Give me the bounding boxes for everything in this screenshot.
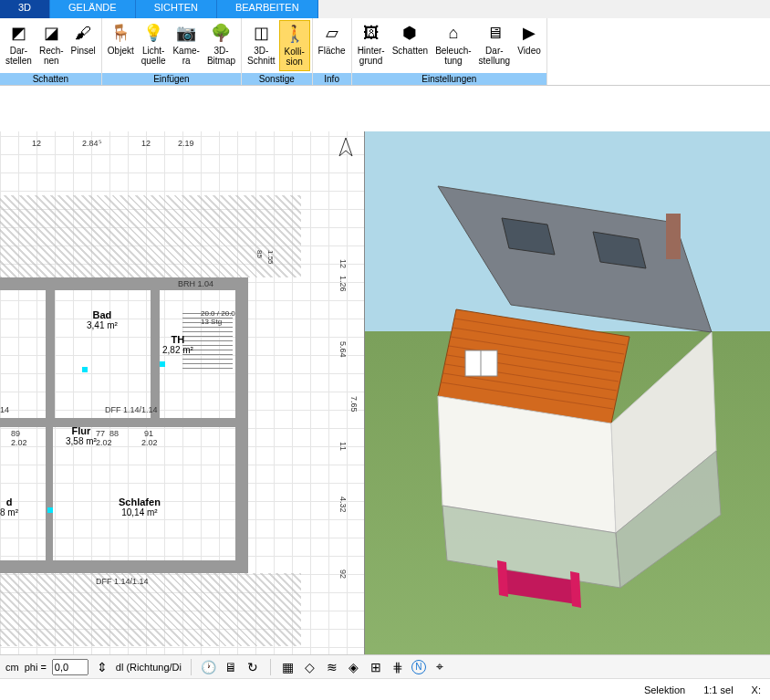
clock-icon[interactable]: 🕐 [201,659,217,675]
play-icon: ▶ [518,22,540,44]
phi-label: phi = [25,662,47,673]
phi-input[interactable] [52,659,88,675]
wall [46,277,55,423]
marker [47,507,53,513]
dim-label: 12 [32,139,41,148]
n-icon[interactable]: N [411,660,426,674]
dim-label: 89 [11,429,20,438]
roof-hatch [0,573,301,646]
bulb-icon: 💡 [142,22,164,44]
kollision-button[interactable]: 🚶 Kolli- sion [279,20,310,71]
video-button[interactable]: ▶ Video [514,20,545,71]
display-icon: 🖥 [484,22,505,44]
tab-bearbeiten[interactable]: BEARBEITEN [217,0,318,18]
flaeche-button[interactable]: ▱ Fläche [315,20,349,71]
status-bar: cm phi = ⇕ dl (Richtung/Di 🕐 🖥 ↻ ▦ ◇ ≋ ◈… [0,654,770,678]
schnitt-button[interactable]: ◫ 3D- Schnitt [244,20,279,71]
dim-label: 14 [0,405,9,414]
light-icon: ⌂ [442,22,464,44]
background-icon: 🖼 [360,22,382,44]
workspace: 12 2.84⁵ 12 2.19 Bad 3,41 m² TH 2,82 m² … [0,131,770,700]
wall [151,277,160,423]
dim-label: 4.32 [338,496,348,513]
dim-label: 12 [141,139,151,148]
schatten2-button[interactable]: ⬢ Schatten [389,20,432,71]
hintergrund-button[interactable]: 🖼 Hinter- grund [354,20,389,71]
group-label-einfuegen: Einfügen [102,73,241,85]
cursor-icon[interactable]: ⌖ [432,659,448,675]
brush-icon: 🖌 [72,22,94,44]
monitor-icon[interactable]: 🖥 [223,659,239,675]
diamond-icon[interactable]: ◇ [302,659,318,675]
shadow-icon: ⬢ [399,22,421,44]
stack-icon[interactable]: ≋ [324,659,340,675]
dim-label: 91 [144,429,153,438]
bitmap-button[interactable]: 🌳 3D- Bitmap [203,20,239,71]
objekt-button[interactable]: 🪑 Objekt [104,20,138,71]
3d-view[interactable] [365,131,770,700]
room-label-schlafen: Schlafen 10,14 m² [119,496,161,517]
unit-label: cm [5,662,19,673]
lichtquelle-button[interactable]: 💡 Licht- quelle [138,20,170,71]
cut-icon: ◫ [250,22,272,44]
stair-label: 20.0 / 20.0 13 Stg [201,309,235,326]
tab-bar: 3D GELÄNDE SICHTEN BEARBEITEN [0,0,770,18]
tab-3d[interactable]: 3D [0,0,50,18]
rechnen-button[interactable]: ◪ Rech- nen [36,20,68,71]
dim-label: 85 [255,250,264,258]
room-label-th: TH 2,82 m² [162,334,193,355]
dim-label: 2.19 [178,139,194,148]
tab-gelaende[interactable]: GELÄNDE [50,0,136,18]
person-icon: 🚶 [284,23,306,45]
dim-label: 11 [338,442,348,451]
darstellung-button[interactable]: 🖥 Dar- stellung [475,20,514,71]
hash-icon[interactable]: ⋕ [390,659,406,675]
dim-label: 2.84⁵ [82,139,102,148]
dl-label: dl (Richtung/Di [116,662,182,673]
compass-icon [332,136,359,163]
floorplan-view[interactable]: 12 2.84⁵ 12 2.19 Bad 3,41 m² TH 2,82 m² … [0,131,365,700]
dim-label: 77 [96,429,105,438]
chair-icon: 🪑 [109,22,131,44]
dim-label: BRH 1.04 [178,279,213,288]
group-label-sonstige: Sonstige [242,73,312,85]
dim-label: 12 [338,259,348,268]
rhombus-icon[interactable]: ◈ [346,659,362,675]
dim-label: DFF 1.14/1.14 [105,405,158,414]
cube-icon: ◩ [7,22,29,44]
refresh-icon[interactable]: ↻ [245,659,261,675]
stepper-icon[interactable]: ⇕ [94,659,110,675]
ribbon-group-einstellungen: 🖼 Hinter- grund ⬢ Schatten ⌂ Beleuch- tu… [352,18,547,85]
svg-marker-21 [497,560,508,597]
kamera-button[interactable]: 📷 Kame- ra [169,20,203,71]
dim-label: 1.55 [266,250,275,265]
dim-label: 2.02 [11,438,27,447]
dim-label: 7.65 [349,396,359,413]
cube-shadow-icon: ◪ [40,22,62,44]
roof-hatch [0,195,301,277]
marker [82,367,88,372]
selektion-label: Selektion [644,684,685,695]
dim-label: DFF 1.14/1.14 [96,577,149,586]
tab-sichten[interactable]: SICHTEN [136,0,217,18]
group-label-einstellungen: Einstellungen [352,73,546,85]
group-label-info: Info [313,73,351,85]
ribbon: ◩ Dar- stellen ◪ Rech- nen 🖌 Pinsel Scha… [0,18,770,86]
darstellen-button[interactable]: ◩ Dar- stellen [2,20,36,71]
layers-icon[interactable]: ▦ [280,659,297,675]
dim-label: 2.02 [141,438,158,447]
grid-icon[interactable]: ⊞ [368,659,384,675]
group-label-schatten: Schatten [0,73,101,85]
beleuchtung-button[interactable]: ⌂ Beleuch- tung [432,20,474,71]
wall [0,418,246,427]
wall [0,560,246,573]
house-model [401,168,748,624]
dim-label: 1.26 [338,276,348,292]
room-label-d: d 8 m² [0,496,18,517]
dim-label: 2.02 [96,438,112,447]
ribbon-group-einfuegen: 🪑 Objekt 💡 Licht- quelle 📷 Kame- ra 🌳 3D… [102,18,242,85]
scale-label: 1:1 sel [703,684,733,695]
tree-icon: 🌳 [210,22,232,44]
footer-bar: Selektion 1:1 sel X: [0,678,770,700]
pinsel-button[interactable]: 🖌 Pinsel [68,20,99,71]
